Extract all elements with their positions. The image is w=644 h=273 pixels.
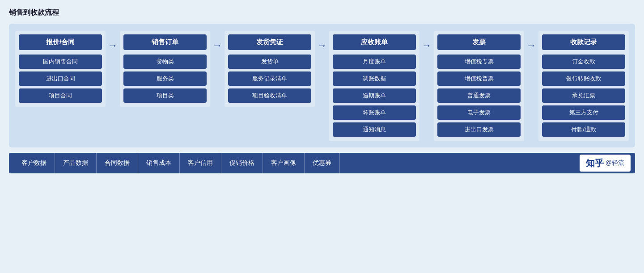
flow-item: 普通发票 — [437, 88, 521, 103]
arrow-icon: → — [108, 41, 118, 50]
brand-logo: 知乎 — [586, 157, 604, 169]
flow-item: 订金收款 — [542, 55, 625, 69]
flow-item: 项目验收清单 — [228, 88, 311, 103]
flow-item: 通知消息 — [333, 122, 416, 137]
bottom-bar: 客户数据产品数据合同数据销售成本客户信用促销价格客户画像优惠券 知乎 @轻流 — [9, 153, 635, 173]
flow-arrow: → — [315, 31, 329, 50]
flow-item: 付款/退款 — [542, 122, 625, 137]
flow-column-header: 发票 — [437, 34, 521, 50]
flow-item: 服务记录清单 — [228, 71, 311, 86]
flow-arrow: → — [210, 31, 225, 50]
flow-item: 国内销售合同 — [19, 55, 102, 69]
arrow-icon: → — [212, 41, 222, 50]
flow-column-header: 报价/合同 — [19, 34, 102, 50]
flow-column-quote: 报价/合同国内销售合同进出口合同项目合同 — [15, 31, 106, 107]
flow-column-header: 收款记录 — [542, 34, 625, 50]
flow-item: 项目类 — [123, 88, 207, 103]
flow-column-invoice: 发票增值税专票增值税普票普通发票电子发票进出口发票 — [434, 31, 524, 141]
bottom-bar-item: 优惠券 — [305, 153, 340, 173]
flow-arrow: → — [524, 31, 538, 50]
flow-item: 进出口合同 — [19, 71, 102, 86]
flow-item: 月度账单 — [333, 55, 416, 69]
flow-item: 增值税专票 — [437, 55, 521, 69]
main-flow: 报价/合同国内销售合同进出口合同项目合同→销售订单货物类服务类项目类→发货凭证发… — [9, 24, 635, 147]
flow-item: 坏账账单 — [333, 105, 416, 120]
flow-column-header: 应收账单 — [333, 34, 416, 50]
flow-column-sales-order: 销售订单货物类服务类项目类 — [120, 31, 210, 107]
bottom-bar-item: 客户画像 — [263, 153, 305, 173]
flow-arrow: → — [106, 31, 120, 50]
flow-item: 进出口发票 — [437, 122, 521, 137]
brand-handle: @轻流 — [606, 159, 624, 167]
bottom-bar-item: 合同数据 — [97, 153, 138, 173]
page-title: 销售到收款流程 — [9, 8, 635, 17]
bottom-bar-item: 销售成本 — [138, 153, 180, 173]
flow-item: 项目合同 — [19, 88, 102, 103]
brand-area: 知乎 @轻流 — [580, 155, 631, 172]
flow-item: 银行转账收款 — [542, 71, 625, 86]
flow-item: 电子发票 — [437, 105, 521, 120]
flow-arrow: → — [419, 31, 434, 50]
arrow-icon: → — [526, 41, 536, 50]
flow-item: 调账数据 — [333, 71, 416, 86]
bottom-bar-item: 产品数据 — [55, 153, 97, 173]
flow-column-receipt: 收款记录订金收款银行转账收款承兑汇票第三方支付付款/退款 — [538, 31, 629, 141]
flow-item: 增值税普票 — [437, 71, 521, 86]
flow-item: 货物类 — [123, 55, 207, 69]
arrow-icon: → — [422, 41, 432, 50]
flow-item: 服务类 — [123, 71, 207, 86]
bottom-bar-item: 客户信用 — [180, 153, 221, 173]
flow-item: 逾期账单 — [333, 88, 416, 103]
flow-column-receivable: 应收账单月度账单调账数据逾期账单坏账账单通知消息 — [329, 31, 419, 141]
flow-item: 发货单 — [228, 55, 311, 69]
arrow-icon: → — [317, 41, 327, 50]
flow-column-delivery: 发货凭证发货单服务记录清单项目验收清单 — [225, 31, 315, 107]
flow-item: 承兑汇票 — [542, 88, 625, 103]
bottom-bar-item: 促销价格 — [221, 153, 263, 173]
flow-column-header: 发货凭证 — [228, 34, 311, 50]
bottom-bar-item: 客户数据 — [13, 153, 55, 173]
flow-item: 第三方支付 — [542, 105, 625, 120]
flow-column-header: 销售订单 — [123, 34, 207, 50]
